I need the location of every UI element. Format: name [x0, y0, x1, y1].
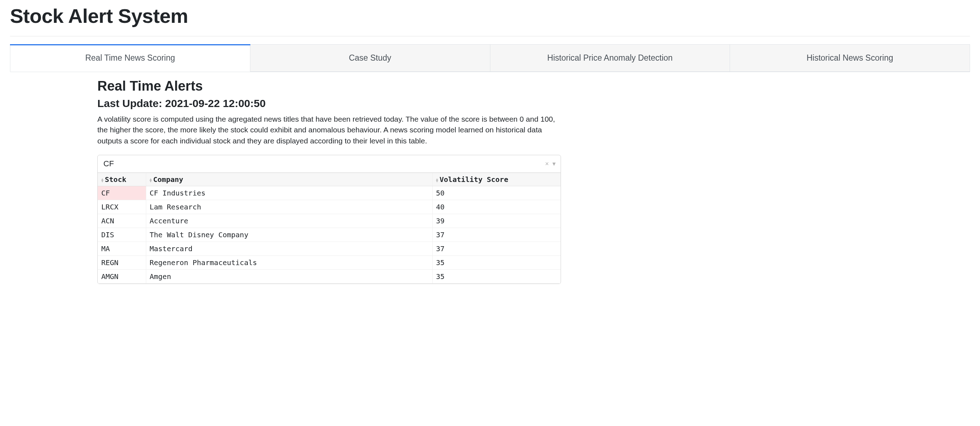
table-row[interactable]: LRCXLam Research40 [98, 200, 561, 214]
column-header-label: Volatility Score [440, 175, 509, 184]
cell-company: Regeneron Pharmaceuticals [146, 256, 432, 270]
filter-input[interactable] [103, 159, 545, 169]
tab-historical-news-scoring[interactable]: Historical News Scoring [730, 44, 970, 72]
cell-stock: AMGN [98, 270, 146, 284]
title-separator [10, 36, 970, 37]
cell-stock: MA [98, 242, 146, 256]
column-header-score[interactable]: ▲▼Volatility Score [432, 173, 561, 186]
table-row[interactable]: REGNRegeneron Pharmaceuticals35 [98, 256, 561, 270]
table-row[interactable]: MAMastercard37 [98, 242, 561, 256]
cell-stock: ACN [98, 214, 146, 228]
tab-bar: Real Time News ScoringCase StudyHistoric… [10, 44, 970, 72]
cell-score: 35 [432, 270, 561, 284]
table-row[interactable]: AMGNAmgen35 [98, 270, 561, 284]
cell-company: The Walt Disney Company [146, 228, 432, 242]
cell-score: 50 [432, 186, 561, 200]
section-title: Real Time Alerts [97, 78, 561, 94]
column-header-stock[interactable]: ▲▼Stock [98, 173, 146, 186]
table-row[interactable]: DISThe Walt Disney Company37 [98, 228, 561, 242]
main-content: Real Time Alerts Last Update: 2021-09-22… [97, 72, 561, 284]
cell-company: CF Industries [146, 186, 432, 200]
column-header-company[interactable]: ▲▼Company [146, 173, 432, 186]
cell-stock: DIS [98, 228, 146, 242]
cell-score: 40 [432, 200, 561, 214]
table-body: CFCF Industries50LRCXLam Research40ACNAc… [98, 186, 561, 284]
cell-stock: REGN [98, 256, 146, 270]
tab-real-time-news-scoring[interactable]: Real Time News Scoring [10, 44, 250, 72]
column-header-label: Stock [105, 175, 126, 184]
filter-row: × ▾ [98, 155, 561, 173]
last-update-value: 2021-09-22 12:00:50 [165, 97, 266, 109]
cell-stock: LRCX [98, 200, 146, 214]
page-title: Stock Alert System [10, 4, 970, 30]
cell-company: Lam Research [146, 200, 432, 214]
column-header-label: Company [153, 175, 183, 184]
cell-stock: CF [98, 186, 146, 200]
cell-company: Accenture [146, 214, 432, 228]
clear-filter-icon[interactable]: × [545, 161, 549, 167]
cell-score: 35 [432, 256, 561, 270]
sort-icon[interactable]: ▲▼ [101, 178, 103, 182]
cell-score: 37 [432, 228, 561, 242]
table-header-row: ▲▼Stock▲▼Company▲▼Volatility Score [98, 173, 561, 186]
dropdown-icon[interactable]: ▾ [552, 161, 555, 167]
last-update: Last Update: 2021-09-22 12:00:50 [97, 97, 561, 110]
table-row[interactable]: ACNAccenture39 [98, 214, 561, 228]
section-description: A volatility score is computed using the… [97, 114, 561, 146]
cell-company: Amgen [146, 270, 432, 284]
sort-icon[interactable]: ▲▼ [436, 178, 438, 182]
alerts-table: ▲▼Stock▲▼Company▲▼Volatility Score CFCF … [98, 173, 561, 284]
table-row[interactable]: CFCF Industries50 [98, 186, 561, 200]
cell-company: Mastercard [146, 242, 432, 256]
tab-historical-price-anomaly-detection[interactable]: Historical Price Anomaly Detection [490, 44, 730, 72]
filter-controls: × ▾ [545, 161, 555, 167]
last-update-prefix: Last Update: [97, 97, 165, 109]
cell-score: 39 [432, 214, 561, 228]
cell-score: 37 [432, 242, 561, 256]
data-table-container: × ▾ ▲▼Stock▲▼Company▲▼Volatility Score C… [97, 155, 561, 284]
tab-case-study[interactable]: Case Study [250, 44, 490, 72]
sort-icon[interactable]: ▲▼ [150, 178, 152, 182]
